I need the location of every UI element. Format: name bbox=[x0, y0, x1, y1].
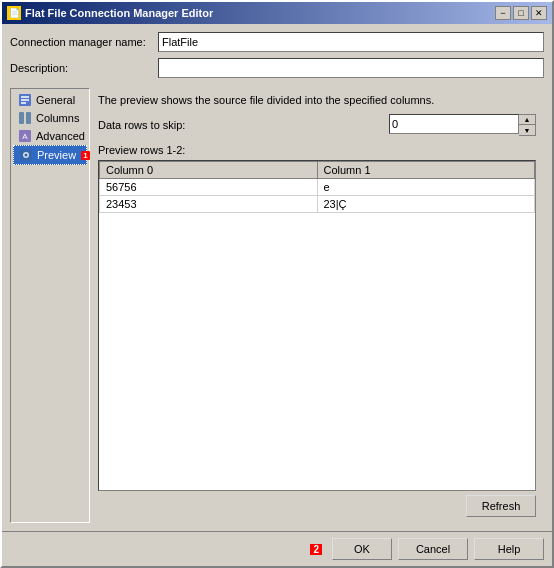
window-icon: 📄 bbox=[7, 6, 21, 20]
preview-table-container: Column 0 Column 1 56756 e 2345 bbox=[98, 160, 536, 491]
skip-label: Data rows to skip: bbox=[98, 119, 218, 131]
advanced-icon: A bbox=[17, 129, 33, 143]
preview-badge: 1 bbox=[81, 151, 89, 160]
connection-name-label: Connection manager name: bbox=[10, 36, 150, 48]
svg-rect-5 bbox=[26, 112, 31, 124]
spinner-down-button[interactable]: ▼ bbox=[519, 125, 535, 135]
table-header-row: Column 0 Column 1 bbox=[100, 162, 535, 179]
bottom-bar: 2 OK Cancel Help bbox=[2, 531, 552, 566]
step-badge: 2 bbox=[310, 544, 322, 555]
preview-icon bbox=[18, 148, 34, 162]
description-label: Description: bbox=[10, 62, 150, 74]
minimize-button[interactable]: − bbox=[495, 6, 511, 20]
right-panel: The preview shows the source file divide… bbox=[90, 88, 544, 523]
cell-1-0: 23453 bbox=[100, 196, 318, 213]
preview-table: Column 0 Column 1 56756 e 2345 bbox=[99, 161, 535, 213]
title-bar: 📄 Flat File Connection Manager Editor − … bbox=[2, 2, 552, 24]
svg-point-10 bbox=[25, 154, 28, 157]
preview-rows-label: Preview rows 1-2: bbox=[98, 144, 536, 156]
refresh-row: Refresh bbox=[98, 495, 536, 517]
nav-preview-label: Preview bbox=[37, 149, 76, 161]
window-title: Flat File Connection Manager Editor bbox=[25, 7, 213, 19]
maximize-button[interactable]: □ bbox=[513, 6, 529, 20]
help-button[interactable]: Help bbox=[474, 538, 544, 560]
svg-text:A: A bbox=[22, 132, 28, 141]
skip-spinner: ▲ ▼ bbox=[389, 114, 536, 136]
skip-row: Data rows to skip: ▲ ▼ bbox=[98, 114, 536, 136]
columns-icon bbox=[17, 111, 33, 125]
nav-columns-label: Columns bbox=[36, 112, 79, 124]
spinner-buttons: ▲ ▼ bbox=[519, 114, 536, 136]
svg-rect-4 bbox=[19, 112, 24, 124]
panel-description: The preview shows the source file divide… bbox=[98, 94, 536, 106]
nav-item-columns[interactable]: Columns bbox=[13, 109, 87, 127]
title-buttons: − □ ✕ bbox=[495, 6, 547, 20]
ok-button[interactable]: OK bbox=[332, 538, 392, 560]
cell-0-1: e bbox=[317, 179, 535, 196]
cancel-button[interactable]: Cancel bbox=[398, 538, 468, 560]
table-row: 56756 e bbox=[100, 179, 535, 196]
description-row: Description: bbox=[10, 58, 544, 78]
cell-1-1: 23|Ç bbox=[317, 196, 535, 213]
table-row: 23453 23|Ç bbox=[100, 196, 535, 213]
main-window: 📄 Flat File Connection Manager Editor − … bbox=[0, 0, 554, 568]
skip-input[interactable] bbox=[389, 114, 519, 134]
spinner-up-button[interactable]: ▲ bbox=[519, 115, 535, 125]
close-button[interactable]: ✕ bbox=[531, 6, 547, 20]
connection-name-row: Connection manager name: bbox=[10, 32, 544, 52]
nav-item-preview[interactable]: Preview 1 bbox=[13, 145, 87, 165]
nav-item-general[interactable]: General bbox=[13, 91, 87, 109]
main-panel: General Columns A bbox=[10, 88, 544, 523]
nav-panel: General Columns A bbox=[10, 88, 90, 523]
nav-general-label: General bbox=[36, 94, 75, 106]
connection-name-input[interactable] bbox=[158, 32, 544, 52]
title-bar-left: 📄 Flat File Connection Manager Editor bbox=[7, 6, 213, 20]
preview-area: Preview rows 1-2: Column 0 Column 1 bbox=[98, 144, 536, 517]
description-input[interactable] bbox=[158, 58, 544, 78]
column-0-header: Column 0 bbox=[100, 162, 318, 179]
nav-advanced-label: Advanced bbox=[36, 130, 85, 142]
nav-item-advanced[interactable]: A Advanced bbox=[13, 127, 87, 145]
cell-0-0: 56756 bbox=[100, 179, 318, 196]
general-icon bbox=[17, 93, 33, 107]
content-area: Connection manager name: Description: bbox=[2, 24, 552, 531]
refresh-button[interactable]: Refresh bbox=[466, 495, 536, 517]
column-1-header: Column 1 bbox=[317, 162, 535, 179]
